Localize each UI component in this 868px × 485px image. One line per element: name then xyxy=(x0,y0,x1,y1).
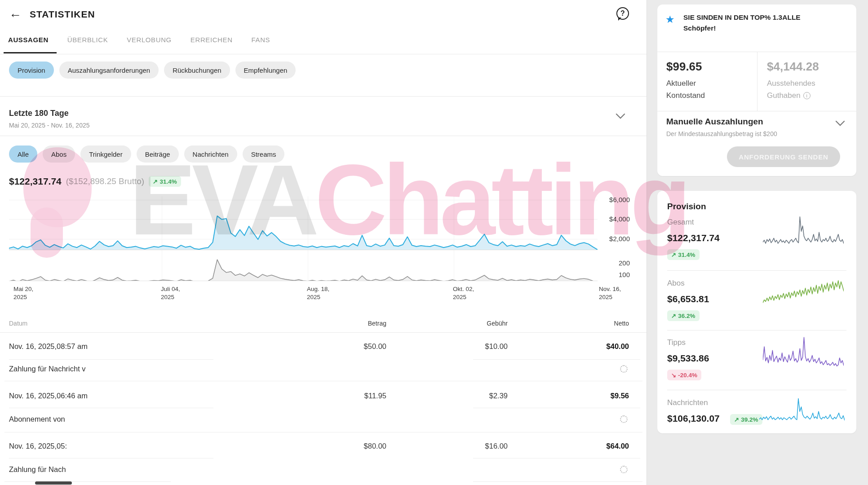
divider xyxy=(9,458,213,459)
period-range: Mai 20, 2025 - Nov. 16, 2025 xyxy=(9,122,90,129)
sparkline-abos xyxy=(763,277,844,309)
row-date: Nov. 16, 2025,06:46 am xyxy=(9,392,88,400)
page-title: STATISTIKEN xyxy=(30,9,95,20)
row-description: Zahlung für Nachricht v xyxy=(9,365,86,373)
chip-provision[interactable]: Provision xyxy=(9,62,54,79)
back-arrow-icon[interactable]: ← xyxy=(9,6,22,21)
active-tab-underline xyxy=(4,52,57,53)
divider xyxy=(4,481,171,482)
row-fee: $16.00 xyxy=(449,442,508,450)
divider xyxy=(9,359,213,360)
row-net: $64.00 xyxy=(571,442,629,450)
x-tick-nov: Nov. 16,2025 xyxy=(599,285,621,301)
chart-baseline xyxy=(9,281,598,281)
current-balance-amount: $99.65 xyxy=(666,60,702,74)
stat-amount-nachrichten: $106,130.07 xyxy=(667,413,720,424)
star-icon: ★ xyxy=(665,13,675,26)
stat-amount-tipps: $9,533.86 xyxy=(667,353,709,364)
sidebar: ★ SIE SINDEN IN DEN TOP% 1.3ALLE Schöpfe… xyxy=(647,0,868,485)
y-tick-100: 100 xyxy=(598,271,630,278)
earnings-line-chart[interactable] xyxy=(9,196,598,250)
tab-verlobung[interactable]: VERLOBUNG xyxy=(127,36,172,44)
pending-balance-amount: $4,144.28 xyxy=(767,60,819,74)
tab-erreichen[interactable]: ERREICHEN xyxy=(190,36,233,44)
row-fee: $2.39 xyxy=(449,392,508,400)
sparkline-gesamt xyxy=(763,214,844,249)
horizontal-scrollbar-thumb[interactable] xyxy=(35,481,72,485)
count-line-chart[interactable] xyxy=(9,250,598,281)
chip-beitraege[interactable]: Beiträge xyxy=(137,146,179,163)
stat-label-nachrichten: Nachrichten xyxy=(667,398,708,407)
col-header-datum: Datum xyxy=(9,320,27,327)
info-icon[interactable]: i xyxy=(803,92,810,99)
stat-label-gesamt: Gesamt xyxy=(667,218,694,227)
statistics-dashboard: ← STATISTIKEN ? AUSSAGEN ÜBERBLICK VERLO… xyxy=(0,0,868,485)
trend-up-icon: ↗ xyxy=(671,251,676,258)
net-amount: $122,317.74 xyxy=(9,176,62,187)
send-request-button[interactable]: ANFORDERUNG SENDEN xyxy=(727,146,840,167)
stat-amount-abos: $6,653.81 xyxy=(667,294,709,304)
chip-rueckbuchungen[interactable]: Rückbuchungen xyxy=(164,62,230,79)
change-badge: ↗31.4% xyxy=(149,176,181,187)
divider xyxy=(0,96,647,97)
divider xyxy=(473,359,640,360)
trend-up-icon: ↗ xyxy=(153,178,158,185)
trend-down-icon: ↘ xyxy=(671,371,676,379)
help-icon[interactable]: ? xyxy=(616,7,629,20)
tab-ueberblick[interactable]: ÜBERBLICK xyxy=(67,36,108,44)
y-tick-200: 200 xyxy=(598,259,630,267)
sparkline-tipps xyxy=(763,335,844,369)
row-amount: $50.00 xyxy=(328,342,386,351)
tab-fans[interactable]: FANS xyxy=(252,36,270,44)
manual-payout-title: Manuelle Auszahlungen xyxy=(666,117,763,127)
col-header-netto: Netto xyxy=(571,320,629,327)
pending-balance-label: Ausstehendes Guthabeni xyxy=(767,77,815,101)
sparkline-nachrichten xyxy=(759,397,845,424)
x-tick-mai: Mai 20,2025 xyxy=(13,285,33,301)
divider xyxy=(667,390,846,390)
chip-empfehlungen[interactable]: Empfehlungen xyxy=(235,62,296,79)
row-amount: $11.95 xyxy=(328,392,386,400)
filter-chip-row: Provision Auszahlungsanforderungen Rückb… xyxy=(9,62,296,79)
stat-badge-gesamt: ↗31.4% xyxy=(667,249,700,260)
gross-amount: ($152,898.25 Brutto) xyxy=(66,176,144,186)
chip-nachrichten[interactable]: Nachrichten xyxy=(184,146,237,163)
divider xyxy=(757,52,757,111)
chip-auszahlungsanforderungen[interactable]: Auszahlungsanforderungen xyxy=(59,62,159,79)
y-tick-4000: $4,000 xyxy=(598,215,630,223)
stat-badge-nachrichten: ↗39.2% xyxy=(730,414,762,425)
top-creator-banner: SIE SINDEN IN DEN TOP% 1.3ALLE Schöpfer! xyxy=(683,12,836,34)
divider xyxy=(667,270,846,271)
divider xyxy=(473,481,642,482)
divider xyxy=(657,111,856,111)
stat-amount-gesamt: $122,317.74 xyxy=(667,233,720,243)
divider xyxy=(0,136,647,136)
divider xyxy=(0,54,647,54)
row-net: $9.56 xyxy=(571,392,629,400)
row-date: Nov. 16, 2025,05: xyxy=(9,442,67,450)
row-fee: $10.00 xyxy=(449,342,508,351)
row-description: Zahlung für Nach xyxy=(9,465,66,474)
tab-aussagen[interactable]: AUSSAGEN xyxy=(8,36,49,44)
chevron-down-icon[interactable] xyxy=(835,120,845,127)
chip-trinkgelder[interactable]: Trinkgelder xyxy=(80,146,131,163)
stat-label-tipps: Tipps xyxy=(667,338,686,347)
stat-badge-abos: ↗36.2% xyxy=(667,310,700,321)
chip-streams[interactable]: Streams xyxy=(243,146,285,163)
provision-card: Provision Gesamt $122,317.74 ↗31.4% Abos… xyxy=(657,191,856,433)
chip-abos[interactable]: Abos xyxy=(43,146,75,163)
chevron-down-icon[interactable] xyxy=(616,113,625,119)
chip-alle[interactable]: Alle xyxy=(9,146,37,163)
col-header-betrag: Betrag xyxy=(328,320,386,327)
balance-card: ★ SIE SINDEN IN DEN TOP% 1.3ALLE Schöpfe… xyxy=(657,4,856,176)
divider xyxy=(667,330,846,331)
divider xyxy=(9,408,213,408)
loading-spinner-icon xyxy=(620,466,628,473)
row-date: Nov. 16, 2025,08:57 am xyxy=(9,342,88,351)
provision-title: Provision xyxy=(667,202,706,212)
change-value: 31.4% xyxy=(159,178,177,185)
loading-spinner-icon xyxy=(620,365,628,373)
category-chip-row: Alle Abos Trinkgelder Beiträge Nachricht… xyxy=(9,146,284,163)
y-tick-2000: $2,000 xyxy=(598,235,630,242)
row-net: $40.00 xyxy=(571,342,629,351)
